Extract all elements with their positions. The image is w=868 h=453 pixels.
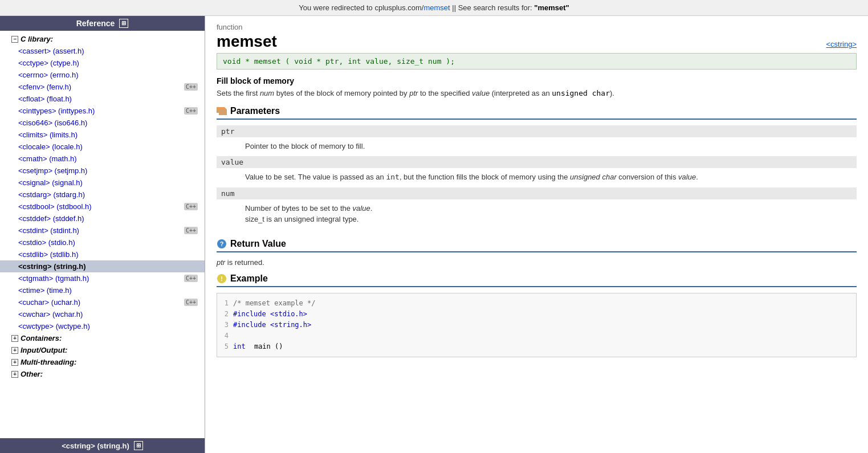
sidebar-section-multithread: + Multi-threading:	[0, 356, 205, 368]
item-label: <cwctype> (wctype.h)	[18, 322, 90, 330]
item-label: <cassert> (assert.h)	[18, 47, 84, 55]
param-value-desc: Value to be set. The value is passed as …	[217, 169, 857, 187]
code-text: int	[233, 341, 246, 352]
sidebar-tree: − C library: <cassert> (assert.h) <cctyp…	[0, 31, 205, 438]
signature-text: void * memset ( void * ptr, int value, s…	[223, 57, 455, 66]
sidebar-section-clibrary: − C library:	[0, 33, 205, 45]
sidebar: Reference ⊞ − C library: <cassert> (asse…	[0, 16, 205, 453]
code-line-4: 4	[222, 330, 851, 341]
short-description: Sets the first num bytes of the block of…	[217, 88, 857, 99]
search-text: || See search results for:	[450, 3, 535, 12]
sidebar-item-ctgmath[interactable]: <ctgmath> (tgmath.h) C++	[0, 272, 205, 284]
sidebar-item-csignal[interactable]: <csignal> (signal.h)	[0, 177, 205, 189]
sidebar-item-cwchar[interactable]: <cwchar> (wchar.h)	[0, 308, 205, 320]
sidebar-title: Reference	[76, 19, 115, 28]
redirect-link[interactable]: memset	[423, 3, 450, 12]
header-link[interactable]: <cstring>	[826, 40, 857, 48]
line-number: 1	[222, 298, 229, 309]
item-label: <cstdarg> (stdarg.h)	[18, 190, 85, 199]
return-text: ptr is returned.	[217, 258, 857, 267]
item-label: <cstdint> (stdint.h)	[18, 226, 79, 235]
sidebar-item-climits[interactable]: <climits> (limits.h)	[0, 129, 205, 141]
sidebar-header-icon[interactable]: ⊞	[119, 19, 128, 28]
sidebar-item-cfenv[interactable]: <cfenv> (fenv.h) C++	[0, 81, 205, 93]
io-expand-icon[interactable]: +	[11, 347, 18, 354]
param-ptr-name: ptr	[217, 125, 857, 137]
redirect-bar: You were redirected to cplusplus.com/mem…	[0, 0, 868, 16]
param-value: value Value to be set. The value is pass…	[217, 156, 857, 187]
params-section-heading: Parameters	[217, 106, 857, 120]
example-section-heading: ! Example	[217, 274, 857, 287]
param-ptr: ptr Pointer to the block of memory to fi…	[217, 125, 857, 157]
cpp-badge: C++	[184, 107, 198, 115]
sidebar-item-cstdio[interactable]: <cstdio> (stdio.h)	[0, 236, 205, 248]
sidebar-section-io: + Input/Output:	[0, 344, 205, 356]
sidebar-item-cstring[interactable]: <cstring> (string.h)	[0, 260, 205, 272]
sidebar-item-cstddef[interactable]: <cstddef> (stddef.h)	[0, 213, 205, 225]
params-icon	[217, 106, 227, 116]
sidebar-item-ciso646[interactable]: <ciso646> (iso646.h)	[0, 117, 205, 129]
other-label: Other:	[21, 370, 43, 378]
sidebar-item-cuchar[interactable]: <cuchar> (uchar.h) C++	[0, 296, 205, 308]
sidebar-item-cerrno[interactable]: <cerrno> (errno.h)	[0, 69, 205, 81]
sidebar-section-other: + Other:	[0, 368, 205, 380]
item-label: <cstring> (string.h)	[18, 262, 85, 271]
item-label: <cstdbool> (stdbool.h)	[18, 202, 92, 211]
item-label: <csignal> (signal.h)	[18, 178, 83, 187]
example-code-box: 1 /* memset example */ 2 #include <stdio…	[217, 293, 857, 358]
item-label: <cctype> (ctype.h)	[18, 59, 79, 67]
sidebar-item-csetjmp[interactable]: <csetjmp> (setjmp.h)	[0, 165, 205, 177]
return-icon: ?	[217, 239, 227, 249]
sidebar-item-cfloat[interactable]: <cfloat> (float.h)	[0, 93, 205, 105]
sidebar-item-cstdarg[interactable]: <cstdarg> (stdarg.h)	[0, 189, 205, 201]
code-line-2: 2 #include <stdio.h>	[222, 309, 851, 320]
clibrary-expand-icon[interactable]: −	[11, 36, 18, 43]
main-content: function memset <cstring> void * memset …	[205, 16, 868, 453]
io-label: Input/Output:	[21, 346, 67, 354]
multithread-label: Multi-threading:	[21, 358, 76, 366]
cpp-badge: C++	[184, 203, 198, 210]
code-line-1: 1 /* memset example */	[222, 298, 851, 309]
param-ptr-desc: Pointer to the block of memory to fill.	[217, 138, 857, 157]
sidebar-item-cstdlib[interactable]: <cstdlib> (stdlib.h)	[0, 248, 205, 260]
sidebar-item-cstdint[interactable]: <cstdint> (stdint.h) C++	[0, 225, 205, 236]
example-heading-label: Example	[230, 274, 268, 284]
cpp-badge: C++	[184, 83, 198, 91]
sidebar-item-cmath[interactable]: <cmath> (math.h)	[0, 153, 205, 165]
item-label: <csetjmp> (setjmp.h)	[18, 166, 87, 175]
return-heading-label: Return Value	[230, 239, 286, 249]
svg-text:!: !	[221, 275, 223, 282]
code-text	[233, 330, 237, 341]
params-heading-label: Parameters	[230, 106, 280, 116]
item-label: <ciso646> (iso646.h)	[18, 119, 87, 127]
item-label: <cinttypes> (inttypes.h)	[18, 107, 95, 115]
containers-expand-icon[interactable]: +	[11, 335, 18, 342]
sidebar-footer-icon[interactable]: ⊞	[134, 441, 143, 450]
sidebar-item-cinttypes[interactable]: <cinttypes> (inttypes.h) C++	[0, 105, 205, 117]
sidebar-footer: <cstring> (string.h) ⊞	[0, 438, 205, 453]
sidebar-item-clocale[interactable]: <clocale> (locale.h)	[0, 141, 205, 153]
footer-title: <cstring> (string.h)	[62, 442, 129, 450]
sidebar-item-ctime[interactable]: <ctime> (time.h)	[0, 284, 205, 296]
main-layout: Reference ⊞ − C library: <cassert> (asse…	[0, 16, 868, 453]
sidebar-section-containers: + Containers:	[0, 332, 205, 344]
svg-text:?: ?	[220, 240, 224, 247]
code-text: #include <string.h>	[233, 320, 311, 330]
code-text: /* memset example */	[233, 298, 316, 309]
item-label: <climits> (limits.h)	[18, 130, 78, 139]
multithread-expand-icon[interactable]: +	[11, 359, 18, 366]
other-expand-icon[interactable]: +	[11, 371, 18, 378]
sidebar-item-cassert[interactable]: <cassert> (assert.h)	[0, 45, 205, 57]
item-label: <ctime> (time.h)	[18, 286, 72, 295]
line-number: 5	[222, 341, 229, 352]
sidebar-item-cstdbool[interactable]: <cstdbool> (stdbool.h) C++	[0, 201, 205, 213]
param-num: num Number of bytes to be set to the val…	[217, 187, 857, 230]
cpp-badge: C++	[184, 299, 198, 306]
item-label: <cfenv> (fenv.h)	[18, 83, 71, 91]
sidebar-item-cctype[interactable]: <cctype> (ctype.h)	[0, 57, 205, 69]
sidebar-item-cwctype[interactable]: <cwctype> (wctype.h)	[0, 320, 205, 332]
code-line-5: 5 int main ()	[222, 341, 851, 352]
item-label: <clocale> (locale.h)	[18, 142, 83, 151]
item-label: <cstdlib> (stdlib.h)	[18, 250, 79, 259]
sidebar-header: Reference ⊞	[0, 16, 205, 31]
